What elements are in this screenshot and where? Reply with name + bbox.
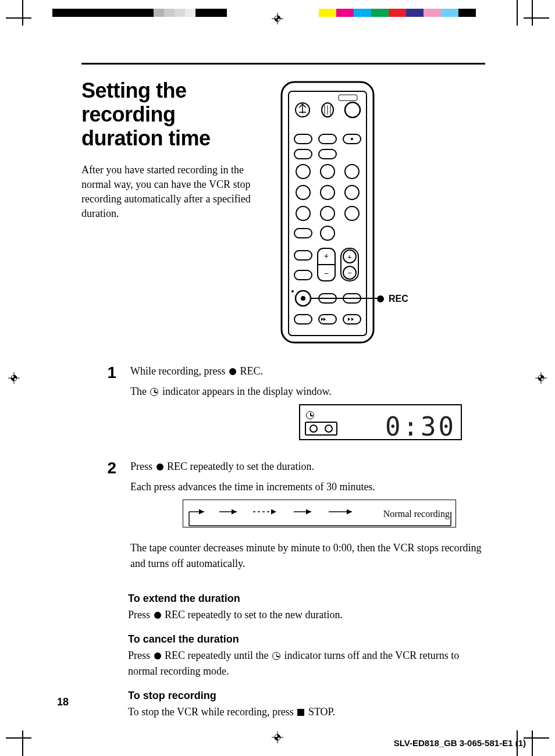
crop-mark [500, 0, 526, 26]
crop-mark [524, 0, 549, 26]
record-dot-icon [154, 652, 161, 659]
subheading-extend: To extend the duration [128, 593, 485, 605]
svg-point-31 [321, 186, 335, 199]
registration-mark-icon [272, 732, 283, 743]
svg-text:+: + [324, 252, 329, 261]
registration-mark-icon [272, 13, 283, 24]
svg-text:−: − [347, 269, 351, 277]
step-2-line-1: Press REC repeatedly to set the duration… [130, 459, 485, 475]
stop-body: To stop the VCR while recording, press S… [128, 704, 485, 720]
document-id: SLV-ED818_GB 3-065-581-E1 (1) [394, 738, 526, 748]
clock-icon [150, 388, 158, 396]
step-2-line-2: Each press advances the time in incremen… [130, 479, 485, 495]
svg-point-34 [321, 206, 335, 220]
step-number: 2 [81, 459, 116, 576]
clock-icon [306, 411, 314, 419]
stop-icon [297, 709, 304, 716]
page-number: 18 [57, 696, 69, 708]
svg-rect-39 [294, 270, 312, 280]
rec-callout-label: REC [389, 294, 408, 304]
svg-rect-21 [294, 134, 312, 144]
rec-button-callout: REC [376, 294, 408, 304]
svg-rect-20 [339, 95, 357, 101]
clock-icon [272, 652, 280, 660]
record-dot-icon [229, 368, 236, 375]
svg-rect-36 [294, 229, 312, 238]
svg-point-19 [345, 102, 360, 117]
registration-mark-icon [535, 372, 547, 384]
svg-rect-25 [294, 149, 312, 159]
svg-point-29 [345, 165, 359, 179]
crop-mark [524, 730, 549, 756]
lcd-display-illustration: 0:30 [299, 404, 462, 440]
record-dot-icon [154, 612, 161, 619]
crop-mark [6, 730, 31, 756]
svg-point-27 [296, 165, 310, 179]
duration-sequence-diagram: Normal recording [183, 500, 456, 527]
svg-point-32 [345, 186, 359, 199]
svg-point-33 [296, 206, 310, 220]
svg-rect-22 [319, 134, 336, 144]
step-1-line-2: The indicator appears in the display win… [130, 384, 485, 400]
record-dot-icon [377, 295, 384, 302]
svg-rect-54 [294, 315, 312, 324]
svg-point-35 [345, 206, 359, 220]
registration-mark-icon [8, 372, 20, 384]
step-2-line-3: The tape counter decreases minute by min… [130, 540, 485, 572]
svg-point-37 [321, 226, 335, 240]
lcd-time-value: 0:30 [385, 408, 456, 446]
svg-rect-38 [294, 251, 312, 260]
step-1-line-1: While recording, press REC. [130, 363, 485, 379]
record-dot-icon [156, 463, 163, 470]
svg-point-28 [321, 165, 335, 179]
cassette-icon [305, 422, 337, 436]
svg-point-50 [301, 296, 305, 301]
svg-point-30 [296, 186, 310, 199]
page-title: Setting the recording duration time [81, 79, 256, 150]
svg-rect-26 [319, 149, 336, 159]
step-2: 2 Press REC repeatedly to set the durati… [81, 459, 485, 576]
subheading-stop: To stop recording [128, 690, 485, 702]
svg-text:+: + [347, 252, 351, 261]
svg-text:−: − [324, 269, 329, 278]
svg-point-24 [351, 138, 353, 140]
cancel-body: Press REC repeatedly until the indicator… [128, 648, 485, 679]
step-1: 1 While recording, press REC. The indica… [81, 363, 485, 448]
intro-paragraph: After you have started recording in the … [81, 163, 256, 220]
crop-mark [6, 0, 31, 26]
svg-point-51 [291, 290, 294, 293]
extend-body: Press REC repeatedly to set to the new d… [128, 607, 485, 623]
step-number: 1 [81, 363, 116, 448]
horizontal-rule [81, 63, 485, 65]
arrow-sequence-label: Normal recording [383, 507, 450, 521]
subheading-cancel: To cancel the duration [128, 633, 485, 646]
remote-control-illustration: + − + − [278, 79, 377, 346]
